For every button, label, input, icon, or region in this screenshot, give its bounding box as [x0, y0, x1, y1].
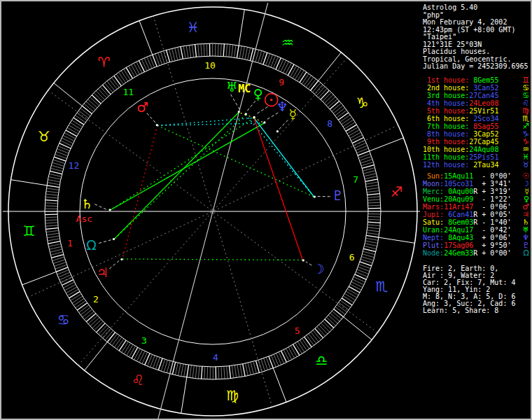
degree-tick [218, 367, 219, 379]
degree-tick [46, 200, 58, 201]
stat-elements-2: Air : 9, Water: 2 [423, 272, 531, 279]
degree-tick [337, 304, 346, 312]
degree-tick [293, 344, 300, 355]
degree-tick [290, 346, 297, 357]
degree-tick [364, 246, 377, 249]
degree-tick [48, 241, 60, 244]
degree-tick [101, 327, 109, 336]
app-title: Astrolog 5.40 [423, 4, 531, 12]
degree-tick [112, 335, 120, 345]
chart-statistics: Fire: 2, Earth: 0, Air : 9, Water: 2 Car… [423, 265, 531, 314]
aspect-sextile-Venu-Plut [246, 115, 314, 197]
planet-position-dot [263, 121, 265, 123]
degree-tick [333, 106, 343, 113]
aspect-square-Sun-Moon [254, 118, 303, 260]
wheel-planet-nept: ♆ [276, 99, 288, 114]
degree-tick [307, 335, 314, 345]
degree-tick [184, 365, 186, 377]
degree-tick [204, 367, 205, 379]
wheel-sign-leo: ♌ [132, 372, 144, 388]
degree-tick [309, 334, 316, 344]
degree-tick [49, 246, 62, 249]
planet-glyph-icon: ♃ [522, 211, 531, 218]
degree-tick [243, 364, 245, 377]
planet-glyph-icon: ♄ [522, 219, 531, 226]
wheel-house-number-7: 7 [353, 174, 358, 185]
sign-boundary [239, 10, 244, 46]
degree-tick [124, 69, 131, 80]
planet-glyph-icon: ☽ [522, 181, 531, 188]
degree-tick [48, 183, 60, 185]
wheel-sign-aqu: ♒ [281, 34, 294, 51]
degree-tick [45, 206, 57, 206]
degree-tick [59, 275, 71, 280]
degree-tick [77, 303, 88, 311]
degree-tick [245, 47, 248, 59]
chart-header: Astrolog 5.40 "php" Mon February 4, 2002… [423, 4, 531, 71]
degree-tick [45, 203, 57, 204]
degree-tick [352, 137, 363, 143]
degree-tick [114, 337, 122, 348]
sign-boundary [370, 138, 404, 151]
degree-tick [319, 325, 328, 334]
house-row: 10th house:24Aqu08♒ [423, 146, 531, 153]
degree-tick [339, 302, 349, 310]
degree-tick [192, 45, 193, 57]
degree-tick [253, 361, 257, 373]
degree-tick [51, 165, 63, 169]
degree-tick [298, 71, 304, 81]
degree-tick [84, 312, 94, 320]
degree-tick [63, 135, 74, 141]
degree-tick [48, 176, 61, 179]
house-row: 9th house:27Cap45♑ [423, 138, 531, 146]
degree-tick [207, 367, 208, 379]
degree-tick [276, 354, 281, 365]
degree-tick [293, 67, 299, 78]
planet-glyph-icon: ♇ [522, 242, 531, 249]
degree-tick [96, 91, 105, 100]
degree-tick [323, 92, 332, 102]
wheel-planet-node: Ω [86, 237, 97, 253]
degree-tick [103, 329, 111, 339]
degree-tick [167, 360, 170, 372]
degree-tick [127, 344, 133, 355]
planet-glyph-icon: ♀ [524, 196, 531, 203]
degree-tick [344, 293, 355, 300]
degree-tick [312, 83, 321, 92]
degree-tick [62, 138, 73, 144]
degree-tick [368, 194, 380, 195]
degree-tick [187, 365, 189, 377]
natal-chart-wheel: ♈♉♊♋♌♍♎♏♐♑♒♓123456789101112☽☿♀♂♃♄♅♆♇ΩMCA… [1, 1, 421, 420]
degree-tick [230, 366, 231, 379]
degree-tick [92, 95, 101, 104]
degree-tick [347, 127, 358, 134]
degree-tick [367, 233, 379, 234]
degree-tick [83, 309, 92, 317]
degree-tick [328, 315, 337, 323]
degree-tick [338, 113, 349, 120]
degree-tick [308, 79, 316, 89]
sign-glyph-icon: ♐ [522, 123, 531, 130]
degree-tick [368, 200, 380, 200]
house-row: 3rd house:27Can45♋ [423, 92, 531, 99]
degree-tick [77, 113, 88, 120]
degree-tick [314, 85, 323, 94]
aspect-trine-Mars-Plut [158, 125, 314, 197]
degree-tick [186, 46, 188, 58]
degree-tick [66, 130, 77, 136]
degree-tick [366, 182, 379, 184]
planet-pointer [94, 204, 107, 210]
planet-pointer [255, 106, 268, 114]
sign-glyph-icon: ♋ [522, 85, 531, 92]
wheel-planet-venu: ♀ [253, 86, 263, 102]
degree-tick [232, 45, 233, 57]
degree-tick [313, 330, 321, 340]
degree-tick [45, 220, 57, 220]
degree-tick [181, 364, 183, 377]
degree-tick [61, 277, 72, 283]
degree-tick [328, 99, 337, 107]
degree-tick [136, 350, 142, 361]
degree-tick [284, 350, 289, 361]
degree-tick [175, 48, 178, 60]
degree-tick [362, 254, 374, 258]
